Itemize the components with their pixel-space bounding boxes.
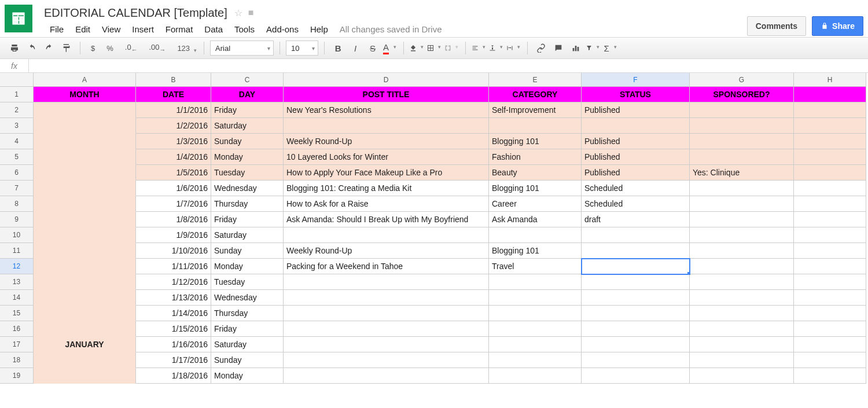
cell[interactable] xyxy=(489,352,582,368)
cell[interactable]: Friday xyxy=(211,321,284,337)
cell[interactable] xyxy=(690,368,794,384)
menu-data[interactable]: Data xyxy=(198,22,229,36)
cell[interactable]: 10 Layered Looks for Winter xyxy=(284,149,489,165)
cell[interactable] xyxy=(34,368,136,384)
cell[interactable] xyxy=(489,290,582,306)
cell[interactable]: 1/5/2016 xyxy=(136,165,211,181)
cell[interactable]: How to Apply Your Face Makeup Like a Pro xyxy=(284,165,489,181)
cell[interactable] xyxy=(794,165,866,181)
cell[interactable]: Thursday xyxy=(211,196,284,212)
row-header[interactable]: 6 xyxy=(0,165,34,181)
row-header[interactable]: 16 xyxy=(0,321,34,337)
cell[interactable] xyxy=(284,274,489,290)
cell[interactable] xyxy=(34,165,136,181)
col-header-g[interactable]: G xyxy=(690,73,794,87)
cell[interactable]: 1/14/2016 xyxy=(136,306,211,321)
row-header[interactable]: 5 xyxy=(0,149,34,165)
bold-icon[interactable]: B xyxy=(330,41,345,56)
cell[interactable]: Thursday xyxy=(211,306,284,321)
cell[interactable]: Published xyxy=(582,165,690,181)
cell[interactable] xyxy=(794,306,866,321)
row-header[interactable]: 11 xyxy=(0,243,34,259)
cell[interactable] xyxy=(794,118,866,134)
cell[interactable]: New Year's Resolutions xyxy=(284,102,489,118)
col-header-d[interactable]: D xyxy=(284,73,489,87)
cell[interactable]: Blogging 101: Creating a Media Kit xyxy=(284,181,489,196)
undo-icon[interactable] xyxy=(24,41,39,56)
cell[interactable]: Sunday xyxy=(211,134,284,149)
doc-title[interactable]: EDITORIAL CALENDAR [Template] xyxy=(44,6,227,20)
cell[interactable]: Sunday xyxy=(211,243,284,259)
row-header[interactable]: 13 xyxy=(0,274,34,290)
cell[interactable] xyxy=(582,290,690,306)
cell[interactable] xyxy=(582,321,690,337)
row-header[interactable]: 14 xyxy=(0,290,34,306)
cell[interactable] xyxy=(794,227,866,243)
cell[interactable]: Weekly Round-Up xyxy=(284,243,489,259)
merge-icon[interactable] xyxy=(444,41,459,56)
row-header[interactable]: 8 xyxy=(0,196,34,212)
italic-icon[interactable]: I xyxy=(348,41,363,56)
cell[interactable] xyxy=(284,337,489,352)
cell[interactable]: 1/11/2016 xyxy=(136,259,211,274)
row-header[interactable]: 9 xyxy=(0,212,34,227)
col-header-f[interactable]: F xyxy=(582,73,690,87)
sheets-logo[interactable] xyxy=(5,5,32,32)
cell[interactable]: Self-Improvement xyxy=(489,102,582,118)
cell[interactable] xyxy=(794,243,866,259)
cell[interactable] xyxy=(34,227,136,243)
cell[interactable] xyxy=(690,290,794,306)
cell[interactable]: 1/7/2016 xyxy=(136,196,211,212)
cell[interactable]: Ask Amanda: Should I Break Up with My Bo… xyxy=(284,212,489,227)
currency-button[interactable]: $ xyxy=(86,44,100,53)
menu-insert[interactable]: Insert xyxy=(126,22,160,36)
font-size-select[interactable]: 10 xyxy=(286,41,318,56)
cell[interactable]: Wednesday xyxy=(211,181,284,196)
cell[interactable]: 1/6/2016 xyxy=(136,181,211,196)
comment-icon[interactable] xyxy=(551,41,566,56)
cell[interactable]: DATE xyxy=(136,87,211,102)
cell[interactable] xyxy=(489,118,582,134)
cell[interactable]: Saturday xyxy=(211,337,284,352)
dec-decrease-button[interactable]: .0← xyxy=(120,43,142,53)
share-button[interactable]: Share xyxy=(812,16,863,36)
cell[interactable] xyxy=(489,368,582,384)
cell[interactable]: Tuesday xyxy=(211,165,284,181)
cell[interactable] xyxy=(690,306,794,321)
cell[interactable]: Sunday xyxy=(211,352,284,368)
cell[interactable] xyxy=(690,227,794,243)
row-header[interactable]: 2 xyxy=(0,102,34,118)
cell[interactable]: Monday xyxy=(211,149,284,165)
cell[interactable] xyxy=(582,337,690,352)
cell[interactable] xyxy=(794,337,866,352)
col-header-e[interactable]: E xyxy=(489,73,582,87)
cell[interactable]: 1/9/2016 xyxy=(136,227,211,243)
cell[interactable]: 1/15/2016 xyxy=(136,321,211,337)
redo-icon[interactable] xyxy=(42,41,57,56)
cell[interactable]: POST TITLE xyxy=(284,87,489,102)
cell[interactable] xyxy=(34,243,136,259)
cell[interactable] xyxy=(582,306,690,321)
cell[interactable] xyxy=(690,259,794,274)
cell[interactable] xyxy=(582,118,690,134)
cell[interactable] xyxy=(794,290,866,306)
cell[interactable] xyxy=(34,306,136,321)
print-icon[interactable] xyxy=(7,41,22,56)
cell[interactable] xyxy=(582,259,690,274)
col-header-c[interactable]: C xyxy=(211,73,284,87)
cell[interactable] xyxy=(690,274,794,290)
cell[interactable] xyxy=(34,352,136,368)
cell[interactable] xyxy=(690,243,794,259)
cell[interactable]: Published xyxy=(582,149,690,165)
row-header[interactable]: 1 xyxy=(0,87,34,102)
cell[interactable] xyxy=(284,368,489,384)
cell[interactable] xyxy=(582,352,690,368)
link-icon[interactable] xyxy=(534,41,549,56)
cell[interactable]: Friday xyxy=(211,102,284,118)
cell[interactable] xyxy=(34,274,136,290)
cell[interactable] xyxy=(690,181,794,196)
cell[interactable]: 1/4/2016 xyxy=(136,149,211,165)
h-align-icon[interactable] xyxy=(472,41,487,56)
dec-increase-button[interactable]: .00→ xyxy=(144,43,170,53)
cell[interactable] xyxy=(690,196,794,212)
